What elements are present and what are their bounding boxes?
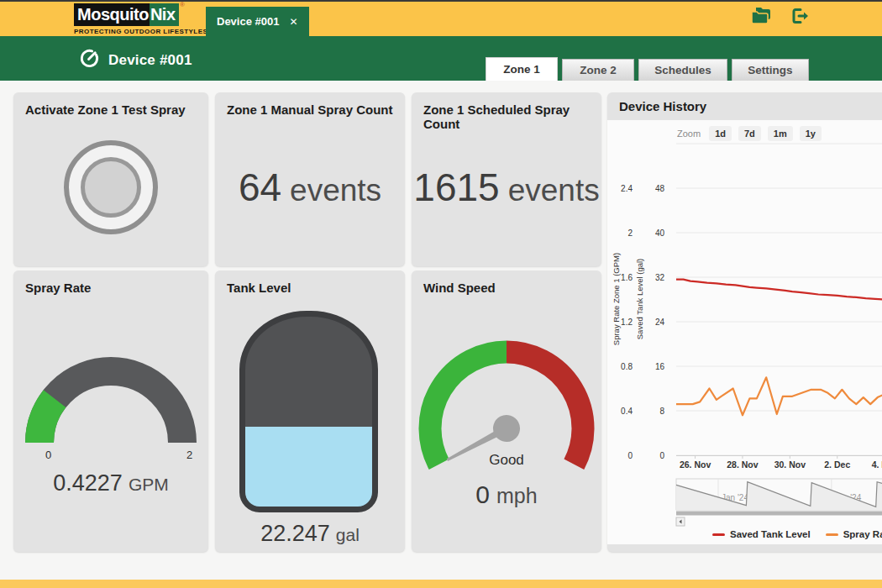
legend-label: Spray Rate Zone 1 (843, 529, 882, 539)
svg-text:2.4: 2.4 (621, 184, 633, 193)
bottom-accent-strip (0, 580, 882, 588)
svg-text:1.2: 1.2 (621, 318, 633, 327)
spray-button-inner (81, 157, 141, 218)
mosquitonix-logo[interactable]: Mosquito Nix ® PROTECTING OUTDOOR LIFEST… (74, 3, 188, 35)
legend-item[interactable]: Saved Tank Level (712, 529, 811, 539)
logo-text-black: Mosquito (74, 3, 150, 26)
chart-legend: Saved Tank LevelSpray Rate Zone 1 (712, 529, 882, 539)
svg-text:0.4: 0.4 (621, 407, 633, 416)
card-title: Tank Level (215, 270, 405, 295)
test-spray-card: Activate Zone 1 Test Spray (13, 92, 208, 266)
svg-text:28. Nov: 28. Nov (727, 459, 759, 470)
svg-text:Spray Rate Zone 1 (GPM): Spray Rate Zone 1 (GPM) (612, 253, 621, 345)
legend-dash (826, 533, 838, 536)
tank-liquid (245, 427, 372, 507)
history-chart-panel: Zoom 1d 7d 1m 1y 00.40.81.21.622.4081624… (607, 120, 882, 544)
wind-speed-card: Wind Speed Good 0mph (412, 270, 601, 552)
logo-tagline: PROTECTING OUTDOOR LIFESTYLES. (74, 28, 188, 35)
spray-rate-value: 0.4227GPM (13, 470, 208, 496)
logo-text-green: Nix ® (150, 3, 179, 26)
svg-text:8: 8 (659, 407, 664, 416)
device-history-card: Device History Zoom 1d 7d 1m 1y 00.40.81… (607, 92, 882, 552)
card-title: Zone 1 Scheduled Spray Count (412, 92, 601, 131)
svg-text:2. Dec: 2. Dec (824, 459, 850, 470)
history-plot-svg[interactable]: 00.40.81.21.622.4081624324048Spray Rate … (607, 120, 882, 544)
card-title: Activate Zone 1 Test Spray (13, 92, 208, 117)
card-title: Zone 1 Manual Spray Count (215, 92, 405, 117)
scheduled-count-value: 1615events (412, 165, 601, 210)
tab-strip: Zone 1 Zone 2 Schedules Settings (486, 57, 809, 81)
svg-text:0: 0 (627, 451, 633, 460)
svg-text:24: 24 (655, 318, 665, 327)
legend-label: Saved Tank Level (730, 529, 811, 539)
device-tab-label: Device #001 (217, 15, 279, 28)
wind-status-label: Good (412, 452, 601, 469)
svg-text:16: 16 (655, 362, 665, 371)
scheduled-spray-count-card: Zone 1 Scheduled Spray Count 1615events (412, 92, 601, 266)
legend-item[interactable]: Spray Rate Zone 1 (826, 529, 882, 539)
manual-spray-count-card: Zone 1 Manual Spray Count 64events (215, 92, 405, 266)
spray-rate-gauge (13, 339, 208, 456)
scrollbar-left-arrow[interactable] (676, 517, 685, 526)
tab-zone-1[interactable]: Zone 1 (486, 57, 558, 81)
device-tab[interactable]: Device #001 ✕ (206, 7, 309, 36)
window-top-edge (0, 0, 882, 2)
svg-text:40: 40 (655, 228, 665, 238)
tank-graphic (239, 311, 378, 512)
close-icon[interactable]: ✕ (289, 16, 297, 28)
sign-out-icon[interactable] (790, 7, 811, 25)
gauge-icon (79, 48, 100, 73)
folder-icon[interactable] (751, 7, 771, 25)
top-bar: Mosquito Nix ® PROTECTING OUTDOOR LIFEST… (0, 0, 882, 36)
svg-text:4. Dec: 4. Dec (872, 459, 882, 470)
card-title: Device History (607, 92, 882, 120)
tank-level-card: Tank Level 22.247gal (215, 270, 405, 552)
svg-text:0.8: 0.8 (621, 362, 633, 371)
card-title: Wind Speed (412, 270, 601, 295)
svg-text:2: 2 (627, 228, 633, 238)
tab-schedules[interactable]: Schedules (638, 59, 727, 81)
card-title: Spray Rate (13, 270, 208, 295)
page-title: Device #001 (108, 52, 192, 69)
tab-settings[interactable]: Settings (732, 59, 809, 81)
svg-text:0: 0 (659, 451, 664, 460)
tab-zone-2[interactable]: Zone 2 (562, 59, 634, 81)
svg-text:Saved Tank Level (gal): Saved Tank Level (gal) (635, 259, 644, 339)
svg-text:26. Nov: 26. Nov (680, 459, 711, 470)
device-header: Device #001 Zone 1 Zone 2 Schedules Sett… (0, 36, 882, 81)
svg-text:1.6: 1.6 (621, 273, 633, 282)
gauge-min-label: 0 (45, 449, 51, 461)
svg-text:32: 32 (655, 273, 665, 282)
svg-text:30. Nov: 30. Nov (774, 459, 806, 470)
spray-rate-card: Spray Rate 0 2 0.4227GPM (13, 270, 208, 552)
chart-scrollbar[interactable] (676, 512, 882, 516)
activate-test-spray-button[interactable] (64, 140, 158, 234)
wind-speed-value: 0mph (412, 480, 601, 509)
svg-text:48: 48 (655, 184, 665, 193)
manual-count-value: 64events (215, 165, 405, 210)
legend-dash (712, 533, 725, 536)
registered-mark: ® (180, 1, 184, 8)
tank-level-value: 22.247gal (215, 521, 405, 547)
gauge-max-label: 2 (186, 449, 192, 461)
